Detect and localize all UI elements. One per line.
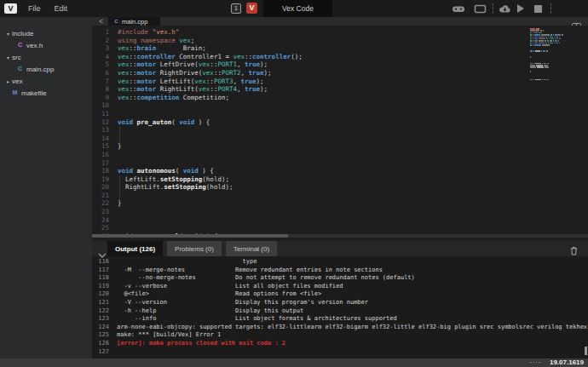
scrollbar-thumb[interactable] <box>92 234 288 238</box>
panel-tab-problems[interactable]: Problems (0) <box>167 241 222 256</box>
line-number: 23 <box>92 208 109 216</box>
code-line: 12void pre_auton( void ) { <box>92 118 588 127</box>
code-line: 22} <box>92 199 588 208</box>
status-datetime: 19.07.1619 <box>550 358 584 367</box>
code-text <box>109 151 118 159</box>
code-line: 2using namespace vex; <box>92 37 588 45</box>
file-explorer-sidebar: ▾includeCvex.h▾srcCmain.cpp▸vexMmakefile <box>0 17 92 358</box>
menu-edit[interactable]: Edit <box>55 4 68 13</box>
line-number: 13 <box>92 126 109 135</box>
minimap[interactable] <box>530 28 585 81</box>
stop-icon[interactable] <box>534 3 542 14</box>
output-text: --info List object formats & architectur… <box>109 315 397 324</box>
panel-scrollbar-thumb[interactable] <box>585 347 587 355</box>
status-bar: ···· 19.07.1619 <box>0 358 588 367</box>
menu-file[interactable]: File <box>28 4 41 13</box>
code-text: } <box>109 199 122 208</box>
menu-bar: V FileEdit 1 V Vex Code <box>0 0 588 17</box>
cpp-file-icon: C <box>16 65 24 73</box>
line-number: 15 <box>92 142 109 151</box>
line-number: 4 <box>92 53 109 61</box>
output-text: make: *** [build/Vex] Error 1 <box>109 331 221 340</box>
panel-tab-terminal[interactable]: Terminal (0) <box>226 241 277 256</box>
output-line: 126[error]: make process closed with exi… <box>92 340 588 348</box>
trash-icon[interactable] <box>570 244 578 259</box>
brain-screen-icon[interactable] <box>474 3 487 14</box>
code-text: vex::brain Brain; <box>109 44 206 53</box>
editor-horizontal-scrollbar[interactable] <box>92 234 588 238</box>
tree-item-label: main.cpp <box>26 66 54 73</box>
line-number: 11 <box>92 110 109 118</box>
slot-1-icon[interactable]: 1 <box>231 3 241 14</box>
code-text: } <box>109 142 122 151</box>
file-tree: ▾includeCvex.h▾srcCmain.cpp▸vexMmakefile <box>0 27 92 99</box>
tree-item-label: vex.h <box>26 42 43 49</box>
chevron-collapsed-icon: ▸ <box>4 78 12 84</box>
code-line: 4vex::controller Controller1 = vex::cont… <box>92 53 588 61</box>
output-line: 124arm-none-eabi-objcopy: supported targ… <box>92 324 588 332</box>
output-line: 125make: *** [build/Vex] Error 1 <box>92 331 588 340</box>
line-number: 16 <box>92 151 109 159</box>
output-text: --no-merge-notes Do not attempt to remov… <box>109 274 415 283</box>
tree-item-include[interactable]: ▾include <box>0 27 92 39</box>
cpp-header-icon: C <box>16 41 24 49</box>
output-line-number: 125 <box>92 331 109 340</box>
makefile-icon: M <box>11 89 19 97</box>
controller-icon[interactable] <box>452 3 465 14</box>
line-number: 18 <box>92 167 109 175</box>
line-number: 5 <box>92 60 109 69</box>
tree-item-vex-h[interactable]: Cvex.h <box>0 39 92 51</box>
toolbar-divider <box>551 3 551 14</box>
code-text: vex::motor RightLift(vex::PORT4, true); <box>109 85 268 94</box>
output-text: @<file> Read options from <file> <box>109 290 321 299</box>
play-icon[interactable] <box>517 3 524 14</box>
output-console[interactable]: 116 type117 -M --merge-notes Remove redu… <box>92 258 588 357</box>
output-line: 120 @<file> Read options from <file> <box>92 290 588 299</box>
tree-item-main-cpp[interactable]: Cmain.cpp <box>0 63 92 75</box>
output-line-number: 126 <box>92 340 109 348</box>
code-editor[interactable]: 1#include "vex.h"2using namespace vex;3v… <box>92 26 588 238</box>
line-number: 10 <box>92 101 109 110</box>
code-text: #include "vex.h" <box>109 28 179 37</box>
output-line: 123 --info List object formats & archite… <box>92 315 588 324</box>
code-text: vex::motor LeftLift(vex::PORT3, true); <box>109 77 264 86</box>
line-number: 24 <box>92 216 109 225</box>
output-text: type <box>109 258 257 267</box>
output-line: 121 -V --version Display this program's … <box>92 299 588 307</box>
tree-item-vex[interactable]: ▸vex <box>0 75 92 87</box>
code-text: vex::competition Competition; <box>109 94 229 102</box>
project-selector-dropdown[interactable]: Vex Code <box>263 0 332 17</box>
output-line-number: 119 <box>92 283 109 291</box>
code-line: 9vex::competition Competition; <box>92 94 588 102</box>
code-line: 21 <box>92 192 588 200</box>
panel-tab-output[interactable]: Output (126) <box>107 241 163 256</box>
tab-main-cpp[interactable]: C main.cpp <box>108 17 160 26</box>
download-to-brain-icon[interactable] <box>499 3 511 14</box>
code-text <box>109 159 118 168</box>
output-line: 116 type <box>92 258 588 267</box>
output-text: -v --verbose List all object files modif… <box>109 283 343 291</box>
output-line-number: 117 <box>92 267 109 275</box>
output-line-number: 120 <box>92 290 109 299</box>
code-text <box>109 135 118 143</box>
line-number: 20 <box>92 183 109 192</box>
line-number: 9 <box>92 94 109 102</box>
output-line: 127 <box>92 348 588 357</box>
code-line: 15} <box>92 142 588 151</box>
code-text: void pre_auton( void ) { <box>109 118 210 127</box>
tree-item-label: vex <box>12 77 22 85</box>
tree-item-src[interactable]: ▾src <box>0 51 92 63</box>
toolbar-divider <box>493 3 493 14</box>
output-line-number: 127 <box>92 348 109 357</box>
code-line: 6vex::motor RightDrive(vex::PORT2, true)… <box>92 69 588 77</box>
line-number: 8 <box>92 85 109 94</box>
line-number: 17 <box>92 159 109 168</box>
cpp-file-icon: C <box>113 18 119 25</box>
code-text <box>109 126 118 135</box>
back-chevron-icon[interactable]: < <box>99 17 103 26</box>
tree-item-makefile[interactable]: Mmakefile <box>0 87 92 99</box>
vex-app-logo: V <box>4 3 17 14</box>
line-number: 1 <box>92 28 109 37</box>
output-line-number: 121 <box>92 299 109 307</box>
output-line-number: 122 <box>92 307 109 316</box>
